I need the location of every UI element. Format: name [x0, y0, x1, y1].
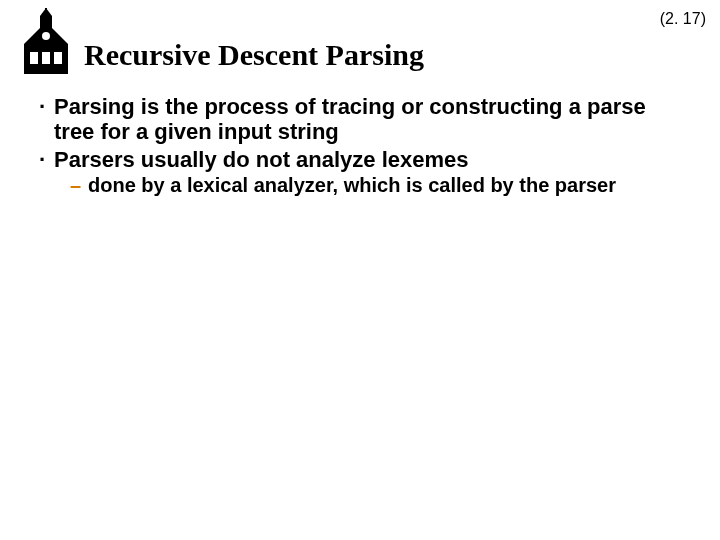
slide: (2. 17) Recursive Descent Parsing · — [0, 0, 720, 540]
svg-rect-6 — [42, 52, 50, 64]
bullet-item: · Parsing is the process of tracing or c… — [30, 94, 690, 145]
bullet-dot-icon: · — [30, 147, 54, 172]
page-number: (2. 17) — [660, 10, 706, 28]
bullet-item: · Parsers usually do not analyze lexemes — [30, 147, 690, 172]
svg-rect-7 — [54, 52, 62, 64]
logo-icon — [18, 8, 74, 80]
sub-bullet-text: done by a lexical analyzer, which is cal… — [88, 174, 690, 197]
sub-dash-icon: – — [70, 174, 88, 197]
svg-point-8 — [42, 32, 50, 40]
slide-title: Recursive Descent Parsing — [84, 38, 424, 71]
svg-rect-5 — [30, 52, 38, 64]
bullet-text: Parsers usually do not analyze lexemes — [54, 147, 690, 172]
bullet-dot-icon: · — [30, 94, 54, 145]
sub-bullet-item: – done by a lexical analyzer, which is c… — [70, 174, 690, 197]
bullet-text: Parsing is the process of tracing or con… — [54, 94, 690, 145]
svg-rect-4 — [45, 8, 47, 12]
header: Recursive Descent Parsing — [18, 8, 424, 80]
body: · Parsing is the process of tracing or c… — [30, 94, 690, 197]
